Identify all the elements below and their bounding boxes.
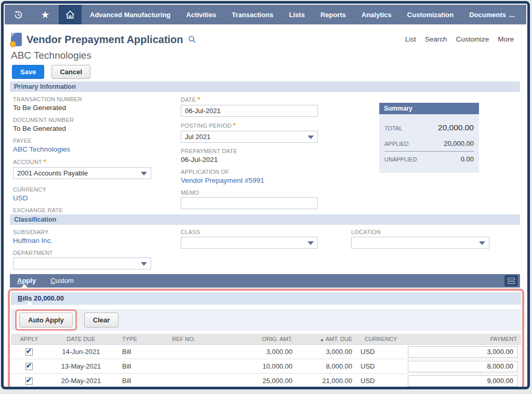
memo-input[interactable] — [181, 197, 318, 209]
column-header-payment[interactable]: PAYMENT — [403, 336, 521, 342]
auto-apply-button[interactable]: Auto Apply — [19, 313, 73, 328]
auto-apply-annotation-box: Auto Apply — [15, 309, 77, 331]
app-window: ★ Advanced Manufacturing Activities Tran… — [1, 1, 530, 389]
cancel-button[interactable]: Cancel — [51, 65, 90, 79]
screen: ★ Advanced Manufacturing Activities Tran… — [0, 0, 532, 394]
transaction-number-field: TRANSACTION NUMBER To Be Generated — [13, 96, 151, 112]
apply-checkbox[interactable] — [25, 348, 33, 356]
page-header: Vendor Prepayment Application — [11, 33, 196, 46]
search-link[interactable]: Search — [425, 35, 447, 43]
application-of-link[interactable]: Vendor Prepayment #5991 — [181, 176, 318, 184]
nav-item-activities[interactable]: Activities — [186, 11, 216, 19]
more-link[interactable]: More — [498, 35, 514, 43]
amt-due-cell: 21,000.00 — [297, 377, 356, 385]
primary-middle-column: DATE* POSTING PERIOD* Jul 2021 PREPAYMEN… — [181, 96, 318, 214]
payment-input[interactable] — [408, 346, 518, 358]
payment-input[interactable] — [408, 361, 518, 372]
column-header-amt-due[interactable]: ▲AMT. DUE — [297, 336, 356, 342]
date-input[interactable] — [181, 105, 318, 117]
amt-due-cell: 3,000.00 — [297, 348, 356, 356]
nav-menu: Advanced Manufacturing Activities Transa… — [90, 5, 506, 24]
chevron-down-icon — [479, 241, 485, 245]
toggle-layout-icon[interactable] — [504, 275, 518, 287]
subsidiary-field: SUBSIDIARY Huffman Inc. — [13, 229, 151, 244]
tutorial-annotation-box: Bills 20,000.00 Auto Apply Clear APPLY D… — [8, 289, 524, 389]
tab-custom[interactable]: Custom — [43, 274, 81, 288]
bill-type-link[interactable]: Bill — [115, 362, 162, 370]
clear-button[interactable]: Clear — [84, 313, 119, 328]
home-icon[interactable] — [59, 5, 82, 24]
orig-amt-cell: 3,000.00 — [240, 348, 297, 356]
shortcuts-star-icon[interactable]: ★ — [32, 5, 59, 24]
class-field: CLASS — [181, 229, 318, 249]
bill-type-link[interactable]: Bill — [115, 348, 162, 356]
nav-item-advanced-manufacturing[interactable]: Advanced Manufacturing — [90, 11, 170, 19]
location-select[interactable] — [351, 237, 489, 249]
required-marker: * — [44, 158, 46, 166]
application-of-field: APPLICATION OF Vendor Prepayment #5991 — [181, 169, 318, 184]
column-header-orig-amt[interactable]: ORIG. AMT. — [240, 336, 297, 342]
date-due-link[interactable]: 13-May-2021 — [47, 362, 115, 370]
classification-header: Classification — [10, 214, 520, 225]
chevron-down-icon — [141, 172, 147, 175]
save-button[interactable]: Save — [12, 65, 44, 79]
required-marker: * — [197, 96, 200, 103]
customize-link[interactable]: Customize — [456, 35, 489, 43]
payment-input[interactable] — [408, 375, 518, 387]
location-field: LOCATION — [351, 229, 489, 249]
nav-item-customization[interactable]: Customization — [407, 11, 454, 19]
classification-left-column: SUBSIDIARY Huffman Inc. DEPARTMENT — [13, 229, 151, 275]
currency-link[interactable]: USD — [13, 194, 151, 202]
posting-period-select[interactable]: Jul 2021 — [181, 131, 318, 143]
date-due-link[interactable]: 20-May-2021 — [47, 377, 115, 385]
amt-due-cell: 8,000.00 — [297, 362, 356, 370]
subtab-bar: Apply Custom — [10, 274, 520, 288]
form-actions: Save Cancel — [12, 65, 90, 79]
nav-overflow-menu[interactable]: ... — [509, 10, 515, 19]
column-header-currency[interactable]: CURRENCY — [356, 336, 403, 342]
title-search-icon[interactable] — [188, 35, 196, 44]
account-field: ACCOUNT* 2001 Accounts Payable — [13, 158, 151, 179]
tab-apply[interactable]: Apply — [10, 274, 43, 288]
bill-row: 13-May-2021 Bill 10,000.00 8,000.00 USD — [11, 359, 521, 374]
account-select[interactable]: 2001 Accounts Payable — [13, 167, 151, 179]
subsidiary-link[interactable]: Huffman Inc. — [13, 237, 151, 244]
primary-information-header: Primary Information — [10, 81, 520, 92]
bill-type-link[interactable]: Bill — [115, 377, 162, 385]
nav-item-transactions[interactable]: Transactions — [232, 11, 273, 19]
nav-item-lists[interactable]: Lists — [289, 11, 304, 19]
bill-row: 14-Jun-2021 Bill 3,000.00 3,000.00 USD — [11, 345, 521, 359]
top-navbar: ★ Advanced Manufacturing Activities Tran… — [5, 5, 526, 24]
date-due-link[interactable]: 14-Jun-2021 — [47, 348, 115, 356]
nav-item-documents[interactable]: Documents — [469, 11, 506, 19]
column-header-ref-no[interactable]: REF NO. — [162, 336, 240, 342]
column-header-type[interactable]: TYPE — [115, 336, 162, 342]
currency-field: CURRENCY USD — [13, 186, 151, 202]
prepayment-date-field: PREPAYMENT DATE 06-Jul-2021 — [181, 148, 318, 164]
list-link[interactable]: List — [405, 35, 416, 43]
bills-subtab[interactable]: Bills 20,000.00 — [11, 292, 521, 305]
apply-checkbox[interactable] — [25, 377, 33, 385]
class-select[interactable] — [181, 237, 318, 249]
recents-icon[interactable] — [5, 5, 32, 24]
chevron-down-icon — [308, 135, 314, 139]
department-field: DEPARTMENT — [13, 250, 151, 269]
nav-item-reports[interactable]: Reports — [321, 11, 346, 19]
chevron-down-icon — [141, 262, 147, 266]
apply-checkbox[interactable] — [25, 363, 33, 370]
currency-cell: USD — [356, 377, 403, 385]
active-tab-notch — [21, 284, 28, 288]
column-header-apply[interactable]: APPLY — [11, 336, 47, 342]
payee-field: PAYEE ABC Technologies — [13, 138, 151, 153]
summary-box: Summary TOTAL 20,000.00 APPLIED 20,000.0… — [379, 103, 479, 173]
nav-item-analytics[interactable]: Analytics — [362, 11, 392, 19]
summary-unapplied-row: UNAPPLIED 0.00 — [384, 152, 474, 167]
posting-period-field: POSTING PERIOD* Jul 2021 — [181, 122, 318, 143]
apply-toolbar: Auto Apply Clear — [11, 309, 521, 331]
currency-cell: USD — [356, 348, 403, 356]
payee-link[interactable]: ABC Technologies — [13, 145, 151, 153]
orig-amt-cell: 10,000.00 — [240, 362, 297, 370]
column-header-date-due[interactable]: DATE DUE — [47, 336, 115, 342]
department-select[interactable] — [13, 257, 151, 269]
active-subtab-notch — [26, 301, 33, 305]
